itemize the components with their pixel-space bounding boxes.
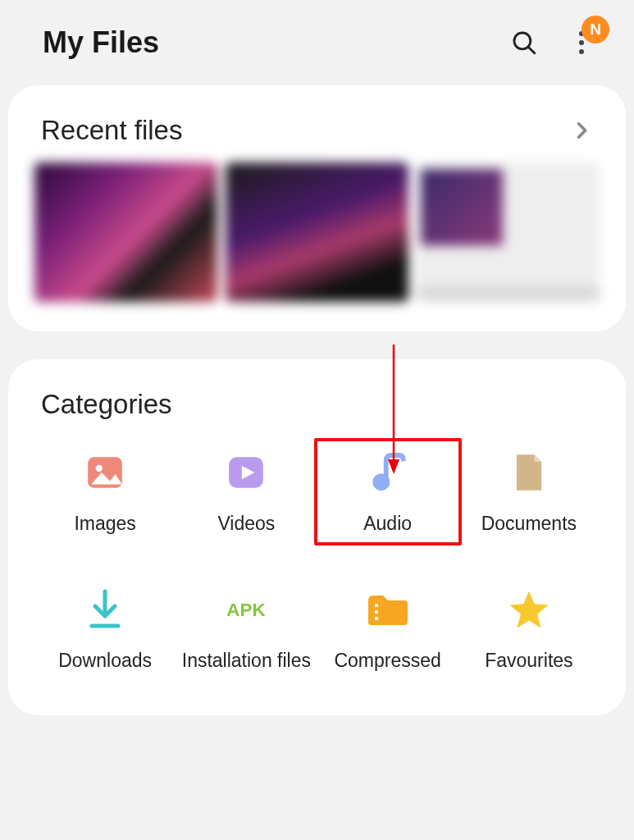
app-header: My Files N [0, 0, 634, 85]
categories-grid: Images Videos Audio Documents Downloads [34, 436, 600, 686]
category-audio[interactable]: Audio [314, 438, 462, 546]
category-favourites[interactable]: Favourites [458, 578, 600, 679]
category-label: Audio [363, 512, 412, 536]
category-images[interactable]: Images [34, 441, 176, 542]
audio-icon [365, 450, 411, 495]
recent-thumb[interactable] [226, 162, 408, 302]
search-button[interactable] [504, 23, 544, 62]
category-label: Documents [481, 512, 577, 536]
svg-line-1 [528, 47, 534, 52]
download-icon [82, 587, 128, 632]
page-title: My Files [43, 25, 486, 60]
svg-point-4 [579, 49, 584, 54]
category-videos[interactable]: Videos [176, 441, 317, 542]
search-icon [510, 29, 538, 57]
category-label: Compressed [334, 649, 440, 673]
recent-files-header[interactable]: Recent files [34, 110, 600, 162]
apk-icon: APK [223, 587, 269, 632]
document-icon [506, 450, 552, 495]
recent-files-card: Recent files [8, 85, 626, 331]
categories-card: Categories Images Videos Audio Documen [8, 359, 626, 715]
svg-rect-12 [375, 604, 378, 607]
categories-title: Categories [41, 389, 593, 420]
recent-thumb[interactable] [34, 162, 217, 302]
image-icon [82, 450, 128, 495]
recent-files-title: Recent files [41, 115, 570, 146]
svg-point-3 [579, 40, 584, 45]
svg-rect-13 [375, 610, 378, 614]
svg-point-6 [96, 465, 103, 472]
category-label: Installation files [182, 649, 311, 673]
categories-header: Categories [34, 384, 600, 436]
svg-text:APK: APK [227, 600, 266, 620]
profile-badge-letter: N [590, 21, 601, 39]
svg-rect-14 [375, 617, 378, 620]
svg-point-8 [372, 473, 390, 491]
category-installation-files[interactable]: APK Installation files [176, 578, 317, 679]
category-label: Downloads [58, 649, 152, 673]
profile-badge[interactable]: N [582, 16, 609, 43]
star-icon [506, 587, 552, 632]
category-label: Images [74, 512, 135, 536]
recent-thumb[interactable] [417, 162, 600, 302]
category-label: Videos [217, 512, 275, 536]
recent-thumbnails[interactable] [34, 162, 600, 302]
category-downloads[interactable]: Downloads [34, 578, 176, 679]
category-label: Favourites [485, 649, 572, 673]
chevron-right-icon [570, 119, 593, 142]
category-compressed[interactable]: Compressed [317, 578, 458, 679]
category-documents[interactable]: Documents [458, 441, 600, 542]
compressed-icon [365, 587, 411, 632]
video-icon [223, 450, 269, 495]
